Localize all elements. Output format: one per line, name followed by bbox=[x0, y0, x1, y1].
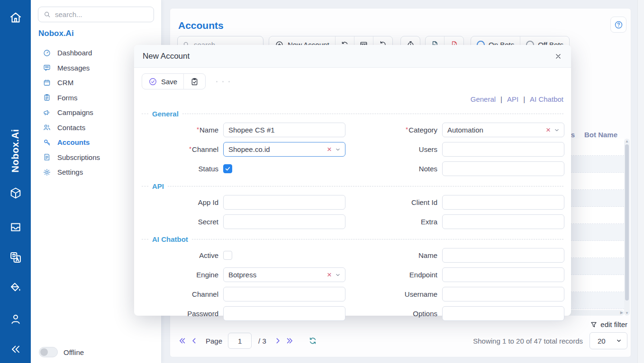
total-pages: / 3 bbox=[258, 337, 266, 345]
clear-icon[interactable]: × bbox=[546, 126, 551, 134]
chevron-down-icon bbox=[553, 127, 560, 133]
check-circle-icon bbox=[148, 77, 157, 86]
dashboard-icon bbox=[43, 49, 51, 57]
save-group: Save bbox=[142, 73, 206, 89]
modal-body: Save General | API | AI Chatbot General bbox=[134, 68, 571, 321]
status-label: Status bbox=[142, 165, 218, 173]
endpoint-field[interactable] bbox=[442, 267, 564, 282]
username-field[interactable] bbox=[442, 287, 564, 301]
username-label: Username bbox=[350, 290, 437, 298]
name-label: *Name bbox=[142, 126, 218, 134]
sidebar-search-input[interactable] bbox=[55, 10, 149, 18]
offline-label: Offline bbox=[63, 348, 84, 356]
category-select[interactable]: Automation × bbox=[442, 123, 564, 137]
bot-name-label: Name bbox=[350, 251, 437, 259]
active-checkbox[interactable] bbox=[223, 251, 232, 260]
app-root: Nobox.Ai Nobox.Ai Dashboard bbox=[0, 0, 644, 363]
collapse-icon[interactable] bbox=[9, 343, 22, 356]
notes-label: Notes bbox=[350, 165, 437, 173]
engine-label: Engine bbox=[142, 271, 218, 279]
home-icon[interactable] bbox=[9, 10, 23, 25]
client-id-field[interactable] bbox=[442, 195, 564, 210]
records-summary: Showing 1 to 20 of 47 total records bbox=[473, 337, 583, 345]
clear-icon[interactable]: × bbox=[327, 145, 332, 153]
secret-label: Secret bbox=[142, 218, 218, 226]
active-label: Active bbox=[142, 251, 218, 259]
inbox-icon[interactable] bbox=[9, 221, 22, 234]
bot-name-field[interactable] bbox=[442, 248, 564, 263]
key-icon bbox=[43, 138, 51, 147]
page-number-input[interactable] bbox=[228, 333, 252, 349]
offline-toggle[interactable] bbox=[39, 347, 58, 357]
table-vertical-scrollbar[interactable]: ▲ ▼ bbox=[624, 139, 630, 316]
notes-field[interactable] bbox=[442, 161, 564, 176]
chevron-down-icon bbox=[335, 272, 341, 278]
save-and-copy-button[interactable] bbox=[184, 74, 205, 89]
last-page-button[interactable] bbox=[285, 336, 295, 345]
offline-control: Offline bbox=[39, 347, 84, 357]
category-label: *Category bbox=[350, 126, 437, 134]
endpoint-label: Endpoint bbox=[350, 271, 437, 279]
drag-dots bbox=[216, 81, 230, 82]
save-button[interactable]: Save bbox=[142, 74, 183, 89]
page-label: Page bbox=[206, 337, 222, 345]
client-id-label: Client Id bbox=[350, 198, 437, 206]
tab-ai-chatbot[interactable]: AI Chatbot bbox=[530, 95, 563, 103]
chevron-down-icon bbox=[335, 146, 341, 153]
paint-bucket-icon[interactable] bbox=[9, 281, 22, 294]
tab-api[interactable]: API bbox=[507, 95, 518, 103]
bot-channel-field[interactable] bbox=[223, 287, 345, 301]
channel-label: *Channel bbox=[142, 145, 218, 153]
prev-page-button[interactable] bbox=[190, 336, 199, 345]
app-id-field[interactable] bbox=[223, 195, 345, 210]
options-field[interactable] bbox=[442, 306, 564, 321]
password-field[interactable] bbox=[223, 306, 345, 321]
users-label: Users bbox=[350, 145, 437, 153]
gear-icon bbox=[43, 168, 51, 177]
page-scrollbar[interactable] bbox=[637, 0, 644, 363]
close-icon[interactable] bbox=[554, 52, 562, 61]
secret-field[interactable] bbox=[223, 214, 345, 229]
pagination-bar: Page / 3 Showing 1 to 20 of 47 total rec… bbox=[177, 332, 627, 349]
first-page-button[interactable] bbox=[177, 336, 187, 345]
document-icon bbox=[43, 153, 51, 161]
status-checkbox[interactable] bbox=[223, 164, 232, 173]
clipboard-check-icon bbox=[190, 77, 199, 86]
channel-select[interactable]: Shopee.co.id × bbox=[223, 142, 345, 157]
megaphone-icon bbox=[43, 108, 51, 117]
next-page-button[interactable] bbox=[273, 336, 282, 345]
edit-filter-button[interactable]: edit filter bbox=[590, 320, 627, 328]
sidebar-search[interactable] bbox=[38, 7, 154, 22]
chevron-down-icon bbox=[616, 337, 622, 344]
new-account-modal: New Account Save General bbox=[134, 45, 571, 316]
user-icon[interactable] bbox=[9, 312, 22, 326]
tab-general[interactable]: General bbox=[471, 95, 496, 103]
options-label: Options bbox=[350, 310, 437, 318]
clear-icon[interactable]: × bbox=[327, 271, 332, 279]
bot-channel-label: Channel bbox=[142, 290, 218, 298]
extra-field[interactable] bbox=[442, 214, 564, 229]
users-icon bbox=[43, 123, 51, 132]
extra-label: Extra bbox=[350, 218, 437, 226]
search-icon bbox=[43, 10, 51, 18]
name-field[interactable] bbox=[223, 123, 345, 137]
clipboard-icon bbox=[43, 93, 51, 102]
app-id-label: App Id bbox=[142, 198, 218, 206]
modal-title: New Account bbox=[143, 52, 190, 61]
help-button[interactable] bbox=[610, 17, 626, 33]
page-size-select[interactable]: 20 bbox=[590, 332, 627, 349]
messages-icon bbox=[43, 63, 51, 72]
password-label: Password bbox=[142, 310, 218, 318]
section-ai-chatbot-title: AI Chatbot bbox=[142, 235, 563, 243]
page-title: Accounts bbox=[178, 20, 224, 31]
section-general-title: General bbox=[142, 109, 563, 118]
cube-icon[interactable] bbox=[9, 186, 22, 200]
users-field[interactable] bbox=[442, 142, 564, 157]
column-header-bot-name[interactable]: Bot Name bbox=[584, 131, 617, 139]
translate-icon[interactable] bbox=[9, 251, 22, 264]
engine-select[interactable]: Botpress × bbox=[223, 267, 345, 282]
calendar-icon bbox=[43, 79, 51, 87]
sidebar-brand: Nobox.Ai bbox=[38, 29, 74, 38]
funnel-icon bbox=[590, 321, 598, 328]
reload-list-button[interactable] bbox=[308, 336, 317, 345]
